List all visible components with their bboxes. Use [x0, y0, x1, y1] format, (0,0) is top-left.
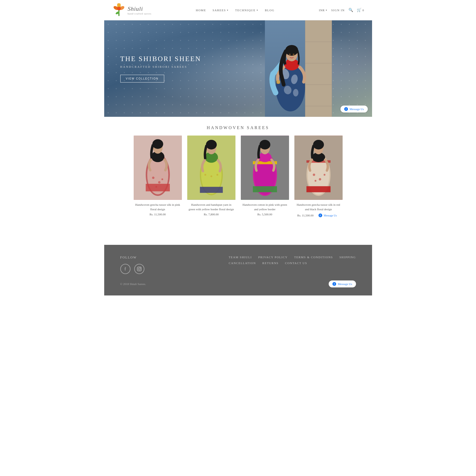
- messenger-icon-footer: f: [332, 282, 336, 286]
- section-title: HANDWOVEN SAREES: [104, 117, 372, 136]
- header-right: INR ▾ SIGN IN 🔍 🛒 0: [319, 8, 364, 12]
- product-card-4[interactable]: Handwoven geecha tussor silk in red and …: [294, 136, 343, 218]
- message-us-button-hero[interactable]: f Message Us: [340, 106, 368, 113]
- product-4-price-row: Rs. 11,500.00 f Message Us: [297, 213, 339, 218]
- svg-point-36: [155, 186, 157, 188]
- svg-point-70: [140, 268, 141, 268]
- view-collection-button[interactable]: VIEW COLLECTION: [120, 75, 164, 83]
- footer-links-row-1: TEAM SHIULI PRIVACY POLICY TERMS & CONDI…: [229, 256, 356, 259]
- product-price-3: Rs. 5,500.00: [257, 213, 272, 216]
- logo-name: Shiuli: [128, 5, 152, 12]
- product-price-1: Rs. 11,500.00: [149, 213, 166, 216]
- svg-rect-68: [137, 267, 141, 271]
- messenger-icon-product4: f: [318, 213, 322, 217]
- svg-rect-41: [200, 187, 223, 193]
- svg-point-46: [210, 175, 212, 177]
- product-title-1: Handwoven geecha tussor silk in pink flo…: [134, 203, 182, 211]
- instagram-icon[interactable]: [134, 264, 144, 274]
- cart-button[interactable]: 🛒 0: [357, 8, 364, 12]
- logo-flower-icon: [112, 3, 126, 17]
- cart-count: 0: [362, 9, 364, 12]
- svg-point-4: [117, 7, 121, 10]
- sign-in-link[interactable]: SIGN IN: [331, 9, 345, 12]
- product-image-4: [294, 136, 343, 200]
- svg-point-66: [324, 174, 325, 176]
- logo-area[interactable]: Shiuli hand-crafted sarees: [112, 3, 152, 17]
- svg-point-44: [206, 140, 217, 149]
- nav-home[interactable]: HOME: [196, 9, 206, 12]
- footer-link-shipping[interactable]: SHIPPING: [339, 256, 356, 259]
- svg-point-69: [138, 268, 140, 270]
- svg-point-47: [216, 174, 218, 176]
- saree-illustration-1: [134, 136, 182, 200]
- svg-point-35: [158, 181, 160, 183]
- svg-point-45: [204, 174, 206, 176]
- products-section: HANDWOVEN SAREES: [104, 117, 372, 229]
- main-nav: HOME SAREES ▾ TECHNIQUE ▾ BLOG: [196, 9, 275, 12]
- svg-rect-52: [253, 186, 277, 192]
- product-image-2: [187, 136, 235, 200]
- footer-link-returns[interactable]: RETURNS: [262, 261, 279, 265]
- saree-illustration-4: [294, 136, 343, 200]
- svg-point-63: [313, 140, 324, 149]
- messenger-icon: f: [344, 107, 348, 111]
- message-us-footer[interactable]: f Message Us: [329, 280, 356, 287]
- footer-link-contact[interactable]: CONTACT US: [285, 261, 307, 265]
- product-image-1: [134, 136, 182, 200]
- facebook-letter: f: [125, 267, 126, 271]
- svg-point-19: [293, 89, 298, 96]
- footer-links-row-2: CANCELLATION RETURNS CONTACT US: [229, 261, 356, 265]
- nav-technique[interactable]: TECHNIQUE ▾: [235, 9, 258, 12]
- hero-section: THE SHIBORI SHEEN HANDCRAFTED SHIBORI SA…: [104, 20, 372, 117]
- page-wrapper: Shiuli hand-crafted sarees HOME SAREES ▾…: [104, 0, 372, 295]
- nav-sarees[interactable]: SAREES ▾: [212, 9, 228, 12]
- product-card-1[interactable]: Handwoven geecha tussor silk in pink flo…: [134, 136, 182, 218]
- svg-point-55: [259, 140, 270, 149]
- svg-rect-7: [305, 20, 332, 117]
- nav-blog[interactable]: BLOG: [265, 9, 275, 12]
- saree-illustration-3: [241, 136, 289, 200]
- social-icons: f: [120, 264, 144, 274]
- svg-point-65: [319, 178, 321, 181]
- search-icon[interactable]: 🔍: [348, 8, 353, 12]
- footer-left: FOLLOW f: [120, 256, 144, 274]
- footer-link-cancellation[interactable]: CANCELLATION: [229, 261, 256, 265]
- hero-image-area: [265, 20, 332, 117]
- svg-point-67: [314, 180, 316, 182]
- cart-icon: 🛒: [357, 8, 361, 12]
- footer-inner: FOLLOW f TEAM SHIULI: [120, 256, 356, 274]
- footer-right: TEAM SHIULI PRIVACY POLICY TERMS & CONDI…: [229, 256, 356, 265]
- product-card-3[interactable]: Handwoven cotton in pink with green and …: [241, 136, 289, 218]
- saree-illustration-2: [187, 136, 235, 200]
- svg-point-23: [289, 54, 291, 56]
- svg-point-33: [152, 139, 163, 149]
- chevron-down-icon: ▾: [326, 9, 327, 12]
- product-price-2: Rs. 7,800.00: [204, 213, 219, 216]
- message-us-product-4[interactable]: f Message Us: [316, 213, 340, 218]
- footer-link-terms[interactable]: TERMS & CONDITIONS: [294, 256, 333, 259]
- logo-text: Shiuli hand-crafted sarees: [128, 5, 152, 15]
- copyright: © 2018 Shiuli Sarees.: [120, 282, 146, 286]
- instagram-svg: [137, 267, 142, 271]
- chevron-down-icon: ▾: [257, 9, 258, 12]
- footer-bottom: © 2018 Shiuli Sarees. f Message Us: [120, 280, 356, 287]
- hero-title: THE SHIBORI SHEEN: [120, 55, 201, 63]
- currency-selector[interactable]: INR ▾: [319, 9, 328, 12]
- product-title-4: Handwoven geecha tussor silk in red and …: [294, 203, 343, 211]
- product-title-3: Handwoven cotton in pink with green and …: [241, 203, 289, 211]
- svg-rect-30: [146, 184, 170, 191]
- product-card-2[interactable]: Handwoven and handspun yarn in green wit…: [187, 136, 235, 218]
- hero-content: THE SHIBORI SHEEN HANDCRAFTED SHIBORI SA…: [104, 44, 217, 93]
- follow-label: FOLLOW: [120, 256, 144, 260]
- product-price-4: Rs. 11,500.00: [297, 214, 314, 217]
- logo-tagline: hand-crafted sarees: [128, 12, 152, 15]
- footer: FOLLOW f TEAM SHIULI: [104, 245, 372, 295]
- hero-model-illustration: [265, 20, 332, 117]
- svg-rect-59: [306, 186, 331, 192]
- chevron-down-icon: ▾: [227, 9, 229, 12]
- svg-point-64: [313, 174, 315, 176]
- footer-link-privacy[interactable]: PRIVACY POLICY: [258, 256, 288, 259]
- facebook-icon[interactable]: f: [120, 264, 130, 274]
- products-grid: Handwoven geecha tussor silk in pink flo…: [118, 136, 359, 229]
- footer-link-team[interactable]: TEAM SHIULI: [229, 256, 252, 259]
